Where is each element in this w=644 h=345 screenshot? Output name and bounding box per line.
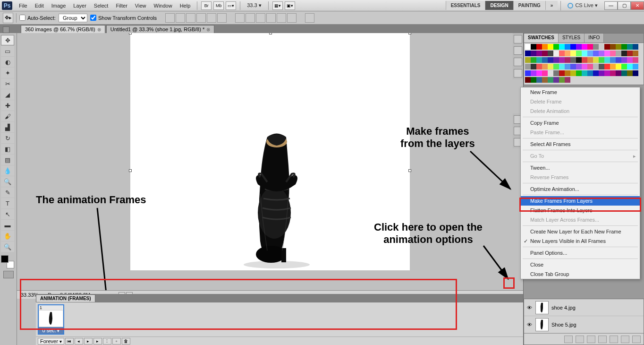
swatch[interactable] — [627, 70, 633, 76]
layer-name[interactable]: Shoe 5.jpg — [551, 322, 576, 328]
menu-edit[interactable]: Edit — [31, 1, 48, 10]
swatch[interactable] — [604, 70, 610, 76]
swatch[interactable] — [587, 51, 593, 56]
swatch[interactable] — [542, 57, 548, 63]
visibility-icon[interactable]: 👁 — [526, 321, 533, 328]
align-icon[interactable] — [207, 13, 216, 23]
align-icon[interactable] — [217, 13, 227, 23]
menu-image[interactable]: Image — [48, 1, 70, 10]
menu-item[interactable]: New Layers Visible in All Frames✓ — [521, 236, 640, 246]
extras-icon[interactable]: ▣▾ — [285, 1, 295, 10]
swatch[interactable] — [536, 51, 542, 56]
swatch[interactable] — [548, 70, 553, 76]
swatch[interactable] — [633, 57, 638, 63]
swatch[interactable] — [565, 51, 570, 56]
swatch[interactable] — [536, 77, 542, 83]
tween-button[interactable]: ⋮ — [103, 338, 111, 345]
swatch[interactable] — [599, 44, 604, 50]
crop-tool[interactable]: ✂ — [1, 78, 14, 89]
auto-select-mode[interactable]: Group — [59, 14, 87, 22]
path-tool[interactable]: ↖ — [1, 209, 14, 219]
swatch[interactable] — [576, 51, 582, 56]
swatch[interactable] — [633, 64, 638, 69]
eraser-tool[interactable]: ◧ — [1, 144, 14, 154]
pen-tool[interactable]: ✎ — [1, 187, 14, 198]
swatch[interactable] — [610, 64, 616, 69]
swatches-grid[interactable] — [524, 43, 644, 85]
styles-tab[interactable]: STYLES — [559, 34, 585, 43]
swatch[interactable] — [553, 64, 559, 69]
auto-align-icon[interactable] — [305, 13, 314, 23]
swatch[interactable] — [621, 57, 627, 63]
swatch[interactable] — [531, 51, 536, 56]
workspace-essentials[interactable]: ESSENTIALS — [446, 1, 485, 10]
menu-select[interactable]: Select — [90, 1, 112, 10]
delete-frame-button[interactable]: 🗑 — [122, 338, 130, 345]
swatch[interactable] — [570, 44, 576, 50]
swatch[interactable] — [604, 44, 610, 50]
panel-icon[interactable] — [514, 46, 522, 55]
menu-item[interactable]: Create New Layer for Each New Frame — [521, 227, 640, 236]
loop-option[interactable]: Forever ▾ — [38, 338, 64, 345]
brush-tool[interactable]: 🖌 — [1, 111, 14, 121]
minibridge-icon[interactable]: Mb — [213, 1, 224, 10]
distribute-icon[interactable] — [256, 13, 265, 23]
swatch[interactable] — [616, 57, 621, 63]
swatch[interactable] — [531, 70, 536, 76]
swatch[interactable] — [525, 51, 531, 56]
swatch[interactable] — [553, 77, 559, 83]
swatch[interactable] — [616, 64, 621, 69]
menu-item[interactable]: Close Tab Group — [521, 269, 640, 279]
foreground-color[interactable] — [1, 255, 8, 263]
swatch[interactable] — [565, 57, 570, 63]
type-tool[interactable]: T — [1, 198, 14, 208]
swatch[interactable] — [542, 64, 548, 69]
swatch[interactable] — [559, 44, 565, 50]
swatch[interactable] — [582, 64, 587, 69]
first-frame-button[interactable]: ⏮ — [65, 338, 74, 345]
swatch[interactable] — [525, 64, 531, 69]
swatch[interactable] — [536, 44, 542, 50]
new-layer-icon[interactable] — [621, 336, 629, 343]
panel-icon[interactable] — [514, 69, 522, 78]
swatch[interactable] — [553, 70, 559, 76]
swatch[interactable] — [542, 44, 548, 50]
healing-tool[interactable]: ✚ — [1, 100, 14, 111]
swatch[interactable] — [576, 57, 582, 63]
swatch[interactable] — [582, 70, 587, 76]
swatch[interactable] — [587, 44, 593, 50]
workspace-design[interactable]: DESIGN — [485, 1, 513, 10]
swatch[interactable] — [616, 44, 621, 50]
layer-name[interactable]: shoe 4.jpg — [551, 305, 576, 310]
swatch[interactable] — [570, 70, 576, 76]
swatch[interactable] — [542, 51, 548, 56]
hand-tool[interactable]: ✋ — [1, 231, 14, 241]
panel-icon[interactable] — [514, 35, 522, 43]
auto-select-check[interactable]: Auto-Select: — [19, 15, 56, 21]
marquee-tool[interactable]: ▭ — [1, 46, 14, 56]
swatch[interactable] — [559, 57, 565, 63]
swatch[interactable] — [616, 70, 621, 76]
swatch[interactable] — [593, 51, 599, 56]
menu-window[interactable]: Window — [150, 1, 176, 10]
menu-item[interactable]: Tween... — [521, 163, 640, 172]
window-maximize[interactable]: ▢ — [618, 1, 631, 10]
window-minimize[interactable]: — — [604, 1, 618, 10]
zoom-level[interactable]: 33.3 ▾ — [243, 0, 265, 10]
swatch[interactable] — [525, 44, 531, 50]
play-button[interactable]: ▸ — [84, 338, 93, 345]
swatch[interactable] — [599, 51, 604, 56]
menu-item[interactable]: Select All Frames — [521, 139, 640, 149]
swatch[interactable] — [548, 57, 553, 63]
swatch[interactable] — [531, 57, 536, 63]
swatch[interactable] — [570, 64, 576, 69]
swatch[interactable] — [604, 64, 610, 69]
zoom-tool[interactable]: 🔍 — [1, 242, 14, 252]
color-swatches[interactable] — [1, 255, 14, 268]
swatch[interactable] — [621, 70, 627, 76]
document-tab[interactable]: Untitled1 @ 33.3% (shoe 1.jpg, RGB/8) *⊗ — [106, 25, 215, 33]
swatch[interactable] — [593, 57, 599, 63]
align-icon[interactable] — [186, 13, 195, 23]
new-frame-button[interactable]: ▫ — [112, 338, 121, 345]
swatch[interactable] — [565, 70, 570, 76]
